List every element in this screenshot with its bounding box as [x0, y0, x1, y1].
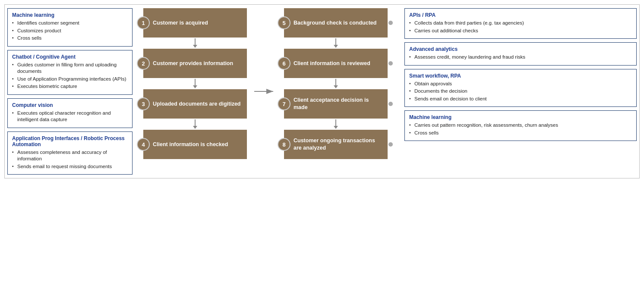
arrow-head	[193, 126, 197, 129]
step-label-1: Customer is acquired	[143, 8, 247, 38]
list-item: Executes biometric capture	[12, 83, 128, 90]
tech-list-chatbot: Guides customer in filling form and uplo…	[12, 62, 128, 90]
list-item: Cross sells	[409, 130, 632, 137]
tech-box-chatbot: Chatbot / Cognitive AgentGuides customer…	[7, 50, 133, 95]
tech-box-apis: APIs / RPACollects data from third parti…	[404, 8, 637, 39]
step-box-outer-7: 7Client acceptance decision is made	[284, 89, 388, 119]
tech-box-cv: Computer visionExecutes optical characte…	[7, 98, 133, 128]
tech-box-rpa: Application Prog Interfaces / Robotic Pr…	[7, 131, 133, 175]
step-label-3: Uploaded documents are digitized	[143, 89, 247, 119]
tech-list-rpa: Assesses completeness and accuracy of in…	[12, 149, 128, 170]
step-item-2: 2Customer provides information	[141, 49, 249, 89]
step-label-5: Background check is conducted	[284, 8, 388, 38]
down-arrow-7	[333, 119, 339, 129]
down-arrow-6	[333, 79, 339, 88]
step-number-5: 5	[278, 16, 290, 29]
tech-list-ml2: Carries out pattern recognition, risk as…	[409, 122, 632, 136]
step-label-7: Client acceptance decision is made	[284, 89, 388, 119]
tech-list-analytics: Assesses credit, money laundering and fr…	[409, 54, 632, 61]
tech-title-rpa: Application Prog Interfaces / Robotic Pr…	[12, 135, 128, 147]
step-item-7: 7Client acceptance decision is made	[282, 89, 390, 130]
tech-title-ml: Machine learning	[12, 12, 128, 18]
step-box-outer-4: 4Client information is checked	[143, 130, 247, 159]
list-item: Assesses credit, money laundering and fr…	[409, 54, 632, 61]
tech-list-apis: Collects data from third parties (e.g. t…	[409, 20, 632, 34]
arrow-head	[334, 85, 338, 88]
list-item: Sends email on decision to client	[409, 96, 632, 103]
step-number-7: 7	[278, 97, 290, 110]
step-box-outer-5: 5Background check is conducted	[284, 8, 388, 38]
step-number-4: 4	[137, 138, 150, 151]
flow-left-column: 1Customer is acquired2Customer provides …	[137, 8, 253, 175]
tech-box-smartwf: Smart workflow, RPAObtain approvalsDocum…	[404, 69, 637, 107]
tech-list-smartwf: Obtain approvalsDocuments the decisionSe…	[409, 81, 632, 103]
list-item: Use of Application Programming interface…	[12, 76, 128, 83]
list-item: Carries out additional checks	[409, 28, 632, 34]
step-box-outer-1: 1Customer is acquired	[143, 8, 247, 38]
step-number-3: 3	[137, 97, 150, 110]
list-item: Customizes product	[12, 28, 128, 34]
step-number-1: 1	[137, 16, 150, 29]
step-label-8: Customer ongoing transactions are analyz…	[284, 130, 388, 159]
list-item: Cross sells	[12, 35, 128, 42]
step-number-8: 8	[278, 138, 290, 151]
arrow-line	[335, 119, 336, 126]
list-item: Assesses completeness and accuracy of in…	[12, 149, 128, 163]
right-connector-dot-7	[388, 102, 393, 106]
step-box-outer-2: 2Customer provides information	[143, 49, 247, 78]
list-item: Identifies customer segment	[12, 20, 128, 27]
arrow-line	[335, 79, 336, 85]
step-number-2: 2	[137, 57, 150, 70]
arrow-head	[334, 126, 338, 129]
tech-list-cv: Executes optical character recognition a…	[12, 110, 128, 123]
step-label-2: Customer provides information	[143, 49, 247, 78]
list-item: Carries out pattern recognition, risk as…	[409, 122, 632, 129]
tech-title-analytics: Advanced analytics	[409, 46, 632, 52]
step-item-5: 5Background check is conducted	[282, 8, 390, 49]
arrow-line	[195, 119, 196, 126]
tech-title-cv: Computer vision	[12, 102, 128, 108]
right-tech-column: APIs / RPACollects data from third parti…	[400, 8, 637, 175]
tech-title-apis: APIs / RPA	[409, 12, 632, 18]
step-item-6: 6Client information is reviewed	[282, 49, 390, 89]
step-box-outer-6: 6Client information is reviewed	[284, 49, 388, 78]
arrow-line	[335, 38, 336, 45]
down-arrow-1	[192, 38, 198, 48]
step-label-4: Client information is checked	[143, 130, 247, 159]
horizontal-arrow-icon	[253, 85, 278, 98]
tech-title-smartwf: Smart workflow, RPA	[409, 73, 632, 79]
down-arrow-3	[192, 119, 198, 129]
tech-box-ml: Machine learningIdentifies customer segm…	[7, 8, 133, 47]
step-box-outer-3: 3Uploaded documents are digitized	[143, 89, 247, 119]
down-arrow-5	[333, 38, 339, 48]
tech-box-analytics: Advanced analyticsAssesses credit, money…	[404, 42, 637, 66]
step-number-6: 6	[278, 57, 290, 70]
step-item-1: 1Customer is acquired	[141, 8, 249, 49]
step-item-8: 8Customer ongoing transactions are analy…	[282, 130, 390, 159]
arrow-line	[195, 38, 196, 45]
list-item: Obtain approvals	[409, 81, 632, 88]
arrow-head	[334, 45, 338, 48]
center-arrow-area	[253, 8, 278, 175]
list-item: Guides customer in filling form and uplo…	[12, 62, 128, 75]
list-item: Executes optical character recognition a…	[12, 110, 128, 123]
down-arrow-2	[192, 79, 198, 88]
diagram-container: Machine learningIdentifies customer segm…	[4, 4, 640, 178]
step-box-outer-8: 8Customer ongoing transactions are analy…	[284, 130, 388, 159]
arrow-line	[195, 79, 196, 85]
tech-box-ml2: Machine learningCarries out pattern reco…	[404, 110, 637, 141]
arrow-head	[193, 85, 197, 88]
flow-right-column: 5Background check is conducted6Client in…	[278, 8, 394, 175]
list-item: Sends email to request missing documents	[12, 163, 128, 170]
tech-list-ml: Identifies customer segmentCustomizes pr…	[12, 20, 128, 42]
spacer	[394, 8, 400, 175]
right-connector-dot-8	[388, 142, 393, 147]
tech-title-ml2: Machine learning	[409, 114, 632, 120]
right-connector-dot-5	[388, 21, 393, 25]
list-item: Documents the decision	[409, 88, 632, 95]
list-item: Collects data from third parties (e.g. t…	[409, 20, 632, 27]
left-tech-column: Machine learningIdentifies customer segm…	[7, 8, 137, 175]
step-label-6: Client information is reviewed	[284, 49, 388, 78]
step-item-4: 4Client information is checked	[141, 130, 249, 159]
tech-title-chatbot: Chatbot / Cognitive Agent	[12, 54, 128, 60]
